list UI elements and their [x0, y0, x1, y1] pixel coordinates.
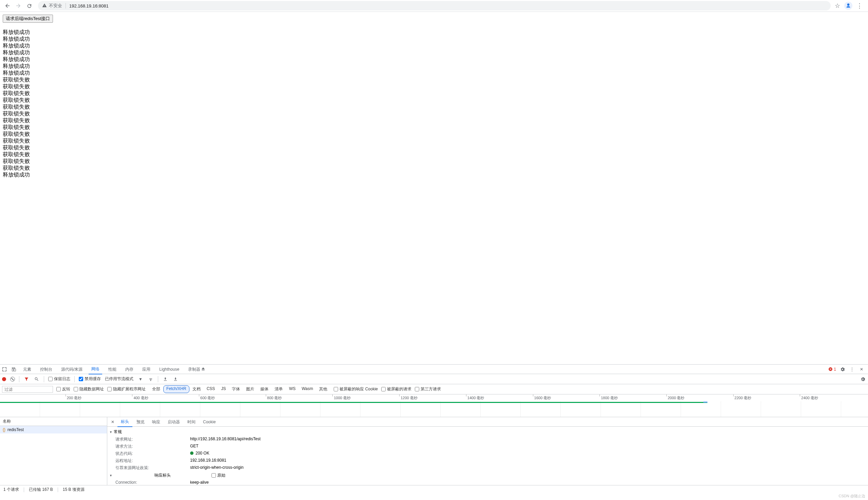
result-line: 获取锁失败 [3, 76, 865, 83]
result-line: 获取锁失败 [3, 97, 865, 103]
back-button[interactable] [3, 1, 12, 11]
browser-menu-icon[interactable]: ⋮ [856, 2, 863, 10]
request-button[interactable]: 请求后端redisTest接口 [3, 15, 53, 23]
result-line: 释放锁成功 [3, 36, 865, 43]
result-line: 释放锁成功 [3, 49, 865, 56]
browser-toolbar: 不安全 192.168.19.16:8081 ☆ ⋮ [0, 0, 868, 12]
result-line: 获取锁失败 [3, 90, 865, 97]
result-line: 获取锁失败 [3, 110, 865, 117]
address-bar[interactable]: 不安全 192.168.19.16:8081 [38, 1, 831, 11]
result-line: 获取锁失败 [3, 144, 865, 151]
forward-button[interactable] [14, 1, 23, 11]
result-line: 获取锁失败 [3, 158, 865, 164]
page-content: 请求后端redisTest接口 释放锁成功释放锁成功释放锁成功释放锁成功释放锁成… [0, 12, 868, 181]
security-label: 不安全 [49, 3, 62, 9]
url-text: 192.168.19.16:8081 [69, 3, 108, 9]
result-line: 获取锁失败 [3, 137, 865, 144]
result-line: 获取锁失败 [3, 164, 865, 171]
result-line: 释放锁成功 [3, 29, 865, 36]
result-line: 获取锁失败 [3, 124, 865, 131]
result-line: 释放锁成功 [3, 171, 865, 178]
result-lines: 释放锁成功释放锁成功释放锁成功释放锁成功释放锁成功释放锁成功释放锁成功获取锁失败… [3, 29, 865, 178]
reload-button[interactable] [24, 1, 34, 11]
result-line: 获取锁失败 [3, 83, 865, 90]
result-line: 获取锁失败 [3, 131, 865, 137]
result-line: 获取锁失败 [3, 117, 865, 124]
url-separator [66, 3, 66, 9]
profile-avatar[interactable] [844, 2, 853, 10]
star-icon[interactable]: ☆ [835, 2, 840, 10]
result-line: 释放锁成功 [3, 63, 865, 70]
result-line: 获取锁失败 [3, 151, 865, 158]
not-secure-icon [42, 3, 47, 9]
result-line: 释放锁成功 [3, 43, 865, 49]
result-line: 获取锁失败 [3, 103, 865, 110]
browser-right-icons: ☆ ⋮ [835, 2, 865, 10]
result-line: 释放锁成功 [3, 56, 865, 63]
result-line: 释放锁成功 [3, 70, 865, 76]
